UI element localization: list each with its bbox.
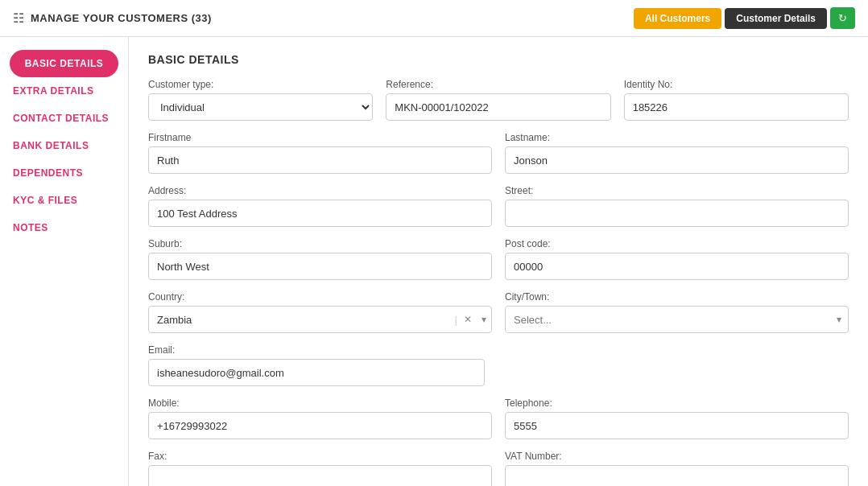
vat-number-input[interactable] xyxy=(505,465,849,486)
reference-label: Reference: xyxy=(386,79,610,90)
content-area: BASIC DETAILS Customer type: Individual … xyxy=(129,37,868,486)
firstname-group: Firstname xyxy=(148,132,492,174)
firstname-input[interactable] xyxy=(148,146,492,174)
vat-number-group: VAT Number: xyxy=(505,451,849,486)
email-input[interactable] xyxy=(148,359,485,386)
address-input[interactable] xyxy=(148,200,492,227)
telephone-group: Telephone: xyxy=(505,397,849,439)
reference-input[interactable] xyxy=(386,93,610,121)
suburb-input[interactable] xyxy=(148,253,492,280)
firstname-label: Firstname xyxy=(148,132,492,143)
mobile-label: Mobile: xyxy=(148,397,492,409)
lastname-label: Lastname: xyxy=(505,132,849,143)
identity-no-group: Identity No: xyxy=(624,79,849,121)
city-dropdown-button[interactable]: ▾ xyxy=(830,314,848,325)
lastname-group: Lastname: xyxy=(505,132,849,174)
suburb-label: Suburb: xyxy=(148,238,492,249)
section-title: BASIC DETAILS xyxy=(148,53,849,66)
address-label: Address: xyxy=(148,185,492,196)
fax-group: Fax: xyxy=(148,451,492,486)
vat-number-label: VAT Number: xyxy=(505,451,849,462)
all-customers-button[interactable]: All Customers xyxy=(634,8,721,29)
customer-type-label: Customer type: xyxy=(148,79,373,90)
form-row-6: Email: xyxy=(148,344,849,386)
customer-details-button[interactable]: Customer Details xyxy=(725,8,827,29)
header: ☷ MANAGE YOUR CUSTOMERS (33) All Custome… xyxy=(0,0,868,37)
fax-label: Fax: xyxy=(148,451,492,462)
customer-type-group: Customer type: Individual xyxy=(148,79,373,121)
email-label: Email: xyxy=(148,344,485,356)
address-group: Address: xyxy=(148,185,492,227)
sidebar-item-basic-details[interactable]: BASIC DETAILS xyxy=(10,50,118,77)
form-row-5: Country: | ✕ ▾ City/Town: ▾ xyxy=(148,291,849,333)
sidebar-item-extra-details[interactable]: EXTRA DETAILS xyxy=(0,77,128,105)
country-dropdown-button[interactable]: ▾ xyxy=(477,314,491,325)
reference-group: Reference: xyxy=(386,79,610,121)
main-layout: BASIC DETAILS EXTRA DETAILS CONTACT DETA… xyxy=(0,37,868,486)
country-clear-button[interactable]: ✕ xyxy=(459,314,477,325)
telephone-label: Telephone: xyxy=(505,397,849,409)
sidebar-item-dependents[interactable]: DEPENDENTS xyxy=(0,159,128,187)
mobile-input[interactable] xyxy=(148,412,492,439)
city-select-wrapper: ▾ xyxy=(505,306,849,333)
separator: | xyxy=(453,314,459,326)
sidebar-item-bank-details[interactable]: BANK DETAILS xyxy=(0,132,128,159)
form-row-1: Customer type: Individual Reference: Ide… xyxy=(148,79,849,121)
sidebar-item-contact-details[interactable]: CONTACT DETAILS xyxy=(0,105,128,132)
page-title: MANAGE YOUR CUSTOMERS (33) xyxy=(31,12,212,24)
suburb-group: Suburb: xyxy=(148,238,492,280)
sidebar-item-kyc-files[interactable]: KYC & FILES xyxy=(0,187,128,214)
city-group: City/Town: ▾ xyxy=(505,291,849,333)
mobile-group: Mobile: xyxy=(148,397,492,439)
form-row-3: Address: Street: xyxy=(148,185,849,227)
fax-input[interactable] xyxy=(148,465,492,486)
email-group: Email: xyxy=(148,344,485,386)
street-input[interactable] xyxy=(505,200,849,227)
street-label: Street: xyxy=(505,185,849,196)
country-group: Country: | ✕ ▾ xyxy=(148,291,492,333)
form-row-4: Suburb: Post code: xyxy=(148,238,849,280)
postcode-input[interactable] xyxy=(505,253,849,280)
postcode-label: Post code: xyxy=(505,238,849,249)
country-select-wrapper: | ✕ ▾ xyxy=(148,306,492,333)
refresh-button[interactable]: ↻ xyxy=(830,7,855,29)
form-row-8: Fax: VAT Number: xyxy=(148,451,849,486)
customer-type-select[interactable]: Individual xyxy=(148,93,373,121)
street-group: Street: xyxy=(505,185,849,227)
identity-no-label: Identity No: xyxy=(624,79,849,90)
city-label: City/Town: xyxy=(505,291,849,303)
form-row-2: Firstname Lastname: xyxy=(148,132,849,174)
telephone-input[interactable] xyxy=(505,412,849,439)
country-input[interactable] xyxy=(149,307,453,332)
form-row-7: Mobile: Telephone: xyxy=(148,397,849,439)
postcode-group: Post code: xyxy=(505,238,849,280)
sidebar-item-notes[interactable]: NOTES xyxy=(0,214,128,241)
identity-no-input[interactable] xyxy=(624,93,849,121)
header-right: All Customers Customer Details ↻ xyxy=(634,7,855,29)
manage-customers-icon: ☷ xyxy=(13,10,24,26)
header-left: ☷ MANAGE YOUR CUSTOMERS (33) xyxy=(13,10,212,26)
city-input[interactable] xyxy=(506,307,830,332)
sidebar: BASIC DETAILS EXTRA DETAILS CONTACT DETA… xyxy=(0,37,129,486)
country-label: Country: xyxy=(148,291,492,303)
lastname-input[interactable] xyxy=(505,146,849,174)
